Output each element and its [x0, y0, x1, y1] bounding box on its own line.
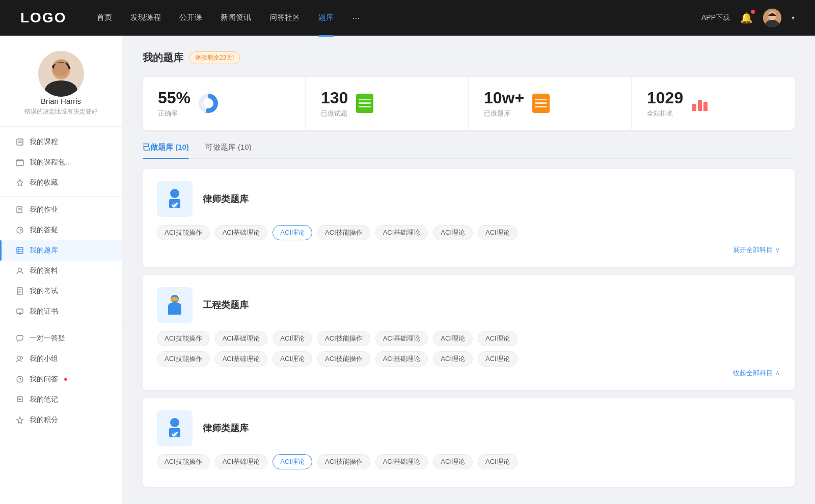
sidebar-item-collect[interactable]: 我的收藏 [0, 173, 122, 193]
qbank-card-lawyer-1: 律师类题库 ACI技能操作 ACI基础理论 ACI理论 ACI技能操作 ACI基… [143, 169, 795, 267]
tag[interactable]: ACI基础理论 [215, 331, 268, 346]
tag[interactable]: ACI理论 [478, 351, 518, 367]
sidebar-item-profile[interactable]: 我的资料 [0, 261, 122, 281]
sidebar-item-notes[interactable]: 我的笔记 [0, 389, 122, 410]
notes-icon [15, 395, 24, 404]
svg-rect-44 [172, 297, 177, 299]
done-questions-icon [356, 94, 376, 114]
qbank-header: 律师类题库 [157, 181, 780, 217]
tag[interactable]: ACI基础理论 [375, 454, 428, 469]
tag[interactable]: ACI理论 [478, 454, 518, 469]
sidebar-item-my-course[interactable]: 我的课程 [0, 132, 122, 152]
stat-label: 已做试题 [321, 109, 348, 118]
svg-text:?: ? [19, 228, 22, 233]
sidebar-menu: 我的课程 我的课程包... 我的收藏 我的作业 [0, 132, 122, 430]
tag[interactable]: ACI基础理论 [375, 351, 428, 367]
trial-badge: 体验剩余23天! [189, 51, 240, 64]
sidebar-item-label: 我的积分 [30, 415, 58, 425]
nav-open-course[interactable]: 公开课 [179, 13, 202, 23]
sidebar-item-label: 我的收藏 [30, 178, 58, 187]
sidebar-item-my-course-pkg[interactable]: 我的课程包... [0, 152, 122, 173]
nav-qa[interactable]: 问答社区 [269, 13, 300, 23]
qbank-title: 律师类题库 [203, 422, 249, 434]
tag[interactable]: ACI技能操作 [157, 225, 210, 240]
sidebar-item-qbank[interactable]: 我的题库 [0, 240, 122, 261]
tag[interactable]: ACI理论 [273, 331, 312, 346]
star-icon [15, 178, 24, 187]
user-menu-chevron[interactable]: ▾ [792, 14, 795, 21]
sidebar-item-group[interactable]: 我的小组 [0, 349, 122, 369]
sidebar-item-questions[interactable]: ? 我的问答 [0, 369, 122, 389]
cert-icon [15, 307, 24, 316]
stat-text: 1029 全站排名 [647, 89, 683, 118]
tag[interactable]: ACI理论 [433, 331, 473, 346]
tag[interactable]: ACI基础理论 [215, 351, 268, 367]
sidebar-item-label: 我的资料 [30, 266, 58, 275]
tag[interactable]: ACI理论 [478, 225, 518, 240]
stat-text: 10w+ 已做题库 [484, 89, 524, 118]
svg-rect-28 [17, 309, 23, 314]
notification-bell[interactable]: 🔔 [740, 12, 753, 24]
tag-active[interactable]: ACI理论 [273, 454, 312, 469]
group-icon [15, 354, 24, 363]
avatar-image [763, 9, 781, 27]
tag[interactable]: ACI技能操作 [317, 351, 370, 367]
sidebar-item-cert[interactable]: 我的证书 [0, 301, 122, 322]
expand-button[interactable]: 展开全部科目 ∨ [157, 245, 780, 255]
sidebar-item-label: 我的答疑 [30, 226, 58, 235]
app-download-button[interactable]: APP下载 [701, 13, 730, 22]
sidebar-item-points[interactable]: 我的积分 [0, 410, 122, 430]
tag[interactable]: ACI技能操作 [317, 225, 370, 240]
tag[interactable]: ACI理论 [478, 331, 518, 346]
points-icon [15, 415, 24, 425]
page-wrapper: Brian Harris 错误的决定比没有决定要好 我的课程 我的课程包... [0, 36, 815, 504]
tab-done-banks[interactable]: 已做题库 (10) [143, 143, 189, 158]
tag[interactable]: ACI理论 [433, 351, 473, 367]
stat-label: 正确率 [158, 109, 191, 118]
tag[interactable]: ACI基础理论 [375, 331, 428, 346]
tag[interactable]: ACI技能操作 [157, 331, 210, 346]
tag[interactable]: ACI基础理论 [375, 225, 428, 240]
nav-news[interactable]: 新闻资讯 [221, 13, 251, 23]
user-avatar[interactable] [763, 9, 781, 27]
qbank-title: 律师类题库 [203, 193, 249, 205]
sidebar-item-label: 我的考试 [30, 287, 58, 296]
tag[interactable]: ACI技能操作 [157, 454, 210, 469]
tag[interactable]: ACI基础理论 [215, 225, 268, 240]
tag-active[interactable]: ACI理论 [273, 225, 312, 240]
tag[interactable]: ACI技能操作 [157, 351, 210, 367]
bell-icon: 🔔 [740, 12, 753, 23]
stats-row: 55% 正确率 130 已做试题 [143, 77, 795, 130]
sidebar-item-label: 我的作业 [30, 205, 58, 214]
nav-home[interactable]: 首页 [97, 13, 112, 23]
tags-row-2: ACI技能操作 ACI基础理论 ACI理论 ACI技能操作 ACI基础理论 AC… [157, 351, 780, 367]
qbank-header: 律师类题库 [157, 410, 780, 446]
nav-qbank[interactable]: 题库 [318, 13, 334, 23]
sidebar-item-qa[interactable]: ? 我的答疑 [0, 220, 122, 240]
tab-available-banks[interactable]: 可做题库 (10) [205, 143, 252, 158]
engineer-icon [157, 287, 193, 323]
tag[interactable]: ACI技能操作 [317, 331, 370, 346]
svg-rect-19 [17, 247, 23, 254]
menu-divider-1 [0, 196, 122, 197]
nav-discover[interactable]: 发现课程 [130, 13, 161, 23]
main-content: 我的题库 体验剩余23天! 55% 正确率 130 已做试题 [122, 36, 815, 504]
sidebar-item-1on1[interactable]: 一对一答疑 [0, 328, 122, 349]
tag[interactable]: ACI理论 [433, 454, 473, 469]
tag[interactable]: ACI理论 [273, 351, 312, 367]
unread-dot [64, 378, 67, 381]
nav-right: APP下载 🔔 ▾ [701, 9, 795, 27]
tag[interactable]: ACI理论 [433, 225, 473, 240]
tags-row-1: ACI技能操作 ACI基础理论 ACI理论 ACI技能操作 ACI基础理论 AC… [157, 331, 780, 346]
qbank-header: 工程类题库 [157, 287, 780, 323]
svg-rect-30 [17, 335, 23, 340]
logo[interactable]: LOGO [20, 10, 66, 26]
nav-more[interactable]: ··· [352, 13, 360, 23]
collapse-button[interactable]: 收起全部科目 ∧ [157, 369, 780, 378]
sidebar-item-homework[interactable]: 我的作业 [0, 200, 122, 220]
sidebar-item-exam[interactable]: 我的考试 [0, 281, 122, 301]
qbank-card-lawyer-2: 律师类题库 ACI技能操作 ACI基础理论 ACI理论 ACI技能操作 ACI基… [143, 398, 795, 487]
tag[interactable]: ACI技能操作 [317, 454, 370, 469]
tag[interactable]: ACI基础理论 [215, 454, 268, 469]
qbank-icon [15, 246, 24, 255]
